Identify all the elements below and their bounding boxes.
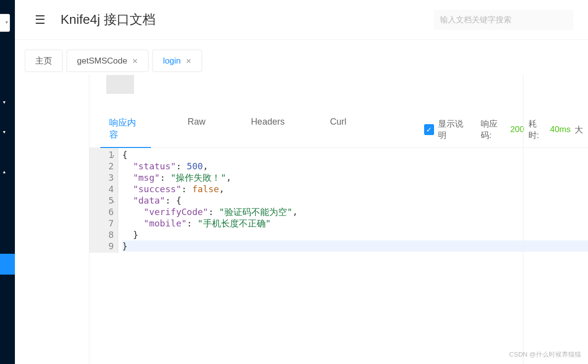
tab-label: getSMSCode xyxy=(77,56,127,66)
content-area: 响应内容RawHeadersCurl ✓ 显示说明 响应码: 200 耗时: 4… xyxy=(15,74,588,364)
code-line: "verifyCode": "验证码不能为空", xyxy=(122,206,588,218)
close-icon[interactable]: ✕ xyxy=(186,57,192,65)
line-number: 6 xyxy=(89,206,114,218)
response-tab-raw[interactable]: Raw xyxy=(179,112,215,147)
chevron-down-icon: ▾ xyxy=(5,19,8,25)
response-tab-curl[interactable]: Curl xyxy=(321,112,356,147)
chevron-up-icon[interactable]: ▴ xyxy=(3,169,5,174)
tab-login[interactable]: login✕ xyxy=(152,50,202,72)
header: ☰ Knife4j 接口文档 xyxy=(15,0,588,40)
tab-getsmscode[interactable]: getSMSCode✕ xyxy=(67,50,148,72)
app-title: Knife4j 接口文档 xyxy=(61,11,434,28)
page-tabs: 主页getSMSCode✕login✕ xyxy=(15,40,588,72)
response-tab-响应内容[interactable]: 响应内容 xyxy=(100,112,151,147)
code-viewer[interactable]: 1▾2345▾6789 { "status": 500, "msg": "操作失… xyxy=(89,148,588,253)
main-area: ☰ Knife4j 接口文档 主页getSMSCode✕login✕ 响应内容R… xyxy=(15,0,588,364)
code-line: { xyxy=(122,149,588,160)
code-line: } xyxy=(122,240,588,252)
line-number: 1▾ xyxy=(89,149,114,160)
search-input[interactable] xyxy=(434,10,573,30)
close-icon[interactable]: ✕ xyxy=(132,57,138,65)
response-size-label: 大 xyxy=(575,124,583,136)
line-number: 4 xyxy=(89,183,114,195)
response-time-label: 耗时: xyxy=(528,118,546,141)
tab-label: login xyxy=(163,56,181,66)
code-line: "msg": "操作失敗！", xyxy=(122,172,588,183)
code-line: "status": 500, xyxy=(122,160,588,172)
code-line: "success": false, xyxy=(122,183,588,195)
response-tab-headers[interactable]: Headers xyxy=(242,112,294,147)
code-line: "mobile": "手机长度不正确" xyxy=(122,218,588,229)
param-placeholder xyxy=(106,75,134,94)
watermark: CSDN @什么时候养猫猫 xyxy=(509,350,581,359)
tab-label: 主页 xyxy=(35,55,52,67)
code-line: "data": { xyxy=(122,195,588,206)
line-number: 8 xyxy=(89,229,114,240)
line-number: 5▾ xyxy=(89,195,114,206)
line-number: 9 xyxy=(89,240,114,252)
response-meta: ✓ 显示说明 响应码: 200 耗时: 40ms 大 xyxy=(424,118,583,141)
response-code-value: 200 xyxy=(510,125,524,135)
content-main: 响应内容RawHeadersCurl ✓ 显示说明 响应码: 200 耗时: 4… xyxy=(89,74,588,364)
content-sidebar xyxy=(15,74,89,364)
chevron-down-icon[interactable]: ▾ xyxy=(3,99,5,105)
tab-主页[interactable]: 主页 xyxy=(25,50,63,72)
line-number: 2 xyxy=(89,160,114,172)
menu-collapse-icon[interactable]: ☰ xyxy=(35,13,46,27)
line-gutter: 1▾2345▾6789 xyxy=(89,148,118,253)
line-number: 3 xyxy=(89,172,114,183)
left-sidebar: ▾ ▾ ▴ xyxy=(0,0,15,364)
show-description-checkbox[interactable]: ✓ xyxy=(424,124,434,135)
response-time-value: 40ms xyxy=(550,125,571,135)
show-description-label: 显示说明 xyxy=(438,118,469,141)
floating-selector[interactable]: ▾ xyxy=(0,14,10,32)
code-line: } xyxy=(122,229,588,240)
response-code-label: 响应码: xyxy=(481,118,506,141)
response-tabs: 响应内容RawHeadersCurl ✓ 显示说明 响应码: 200 耗时: 4… xyxy=(89,101,588,148)
app-window: ▾ ▾ ▾ ▴ ☰ Knife4j 接口文档 主页getSMSCode✕logi… xyxy=(0,0,588,364)
code-body[interactable]: { "status": 500, "msg": "操作失敗！", "succes… xyxy=(118,148,588,253)
chevron-down-icon[interactable]: ▾ xyxy=(3,129,5,135)
line-number: 7 xyxy=(89,218,114,229)
sidebar-active-item[interactable] xyxy=(0,254,15,275)
